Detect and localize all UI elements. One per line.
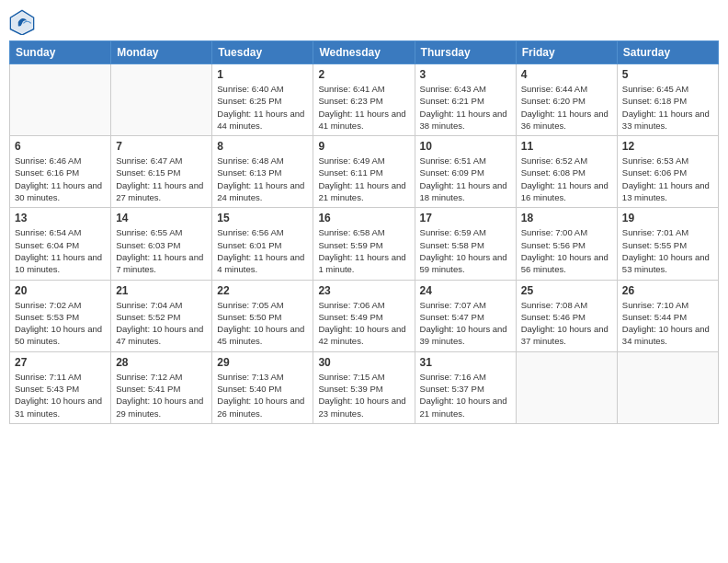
day-info: Sunrise: 6:51 AM Sunset: 6:09 PM Dayligh… xyxy=(420,155,511,203)
day-number: 15 xyxy=(217,212,308,224)
day-info: Sunrise: 7:16 AM Sunset: 5:37 PM Dayligh… xyxy=(420,371,511,419)
day-info: Sunrise: 6:54 AM Sunset: 6:04 PM Dayligh… xyxy=(15,226,106,275)
day-info: Sunrise: 6:55 AM Sunset: 6:03 PM Dayligh… xyxy=(116,226,207,275)
day-info: Sunrise: 6:48 AM Sunset: 6:13 PM Dayligh… xyxy=(217,155,308,203)
day-number: 11 xyxy=(521,140,612,153)
logo xyxy=(9,9,39,35)
calendar-cell: 13Sunrise: 6:54 AM Sunset: 6:04 PM Dayli… xyxy=(10,208,111,280)
calendar-table: SundayMondayTuesdayWednesdayThursdayFrid… xyxy=(9,40,719,424)
calendar-week-row: 20Sunrise: 7:02 AM Sunset: 5:53 PM Dayli… xyxy=(10,280,719,351)
day-number: 13 xyxy=(15,212,106,224)
day-info: Sunrise: 6:41 AM Sunset: 6:23 PM Dayligh… xyxy=(318,83,409,132)
weekday-header-wednesday: Wednesday xyxy=(313,41,415,64)
day-info: Sunrise: 6:47 AM Sunset: 6:15 PM Dayligh… xyxy=(116,155,207,203)
day-info: Sunrise: 6:44 AM Sunset: 6:20 PM Dayligh… xyxy=(521,83,612,132)
page-header xyxy=(9,9,719,35)
weekday-header-friday: Friday xyxy=(516,41,617,64)
day-number: 12 xyxy=(622,140,713,153)
day-number: 14 xyxy=(116,212,207,224)
day-info: Sunrise: 7:11 AM Sunset: 5:43 PM Dayligh… xyxy=(15,371,106,419)
day-number: 7 xyxy=(116,140,207,153)
day-number: 25 xyxy=(521,284,612,297)
day-info: Sunrise: 6:53 AM Sunset: 6:06 PM Dayligh… xyxy=(622,155,713,203)
day-number: 27 xyxy=(15,356,106,369)
calendar-cell: 16Sunrise: 6:58 AM Sunset: 5:59 PM Dayli… xyxy=(313,208,415,280)
weekday-header-thursday: Thursday xyxy=(415,41,516,64)
calendar-cell: 6Sunrise: 6:46 AM Sunset: 6:16 PM Daylig… xyxy=(10,136,111,208)
calendar-cell: 10Sunrise: 6:51 AM Sunset: 6:09 PM Dayli… xyxy=(415,136,516,208)
calendar-week-row: 27Sunrise: 7:11 AM Sunset: 5:43 PM Dayli… xyxy=(10,351,719,423)
calendar-cell: 31Sunrise: 7:16 AM Sunset: 5:37 PM Dayli… xyxy=(415,351,516,423)
calendar-week-row: 6Sunrise: 6:46 AM Sunset: 6:16 PM Daylig… xyxy=(10,136,719,208)
day-number: 28 xyxy=(116,356,207,369)
day-info: Sunrise: 7:06 AM Sunset: 5:49 PM Dayligh… xyxy=(318,299,409,348)
calendar-cell: 18Sunrise: 7:00 AM Sunset: 5:56 PM Dayli… xyxy=(516,208,617,280)
calendar-header-row: SundayMondayTuesdayWednesdayThursdayFrid… xyxy=(10,41,719,64)
calendar-cell: 7Sunrise: 6:47 AM Sunset: 6:15 PM Daylig… xyxy=(111,136,212,208)
day-info: Sunrise: 7:10 AM Sunset: 5:44 PM Dayligh… xyxy=(622,299,713,348)
day-number: 8 xyxy=(217,140,308,153)
day-number: 26 xyxy=(622,284,713,297)
weekday-header-saturday: Saturday xyxy=(617,41,718,64)
day-info: Sunrise: 7:08 AM Sunset: 5:46 PM Dayligh… xyxy=(521,299,612,348)
day-number: 4 xyxy=(521,68,612,81)
day-info: Sunrise: 6:52 AM Sunset: 6:08 PM Dayligh… xyxy=(521,155,612,203)
day-info: Sunrise: 6:43 AM Sunset: 6:21 PM Dayligh… xyxy=(420,83,511,132)
day-number: 17 xyxy=(420,212,511,224)
day-info: Sunrise: 7:02 AM Sunset: 5:53 PM Dayligh… xyxy=(15,299,106,348)
calendar-cell: 8Sunrise: 6:48 AM Sunset: 6:13 PM Daylig… xyxy=(212,136,313,208)
calendar-cell xyxy=(617,351,718,423)
day-number: 23 xyxy=(318,284,409,297)
day-info: Sunrise: 7:00 AM Sunset: 5:56 PM Dayligh… xyxy=(521,226,612,275)
calendar-cell: 27Sunrise: 7:11 AM Sunset: 5:43 PM Dayli… xyxy=(10,351,111,423)
calendar-cell: 9Sunrise: 6:49 AM Sunset: 6:11 PM Daylig… xyxy=(313,136,415,208)
day-info: Sunrise: 6:58 AM Sunset: 5:59 PM Dayligh… xyxy=(318,226,409,275)
calendar-cell: 5Sunrise: 6:45 AM Sunset: 6:18 PM Daylig… xyxy=(617,64,718,136)
weekday-header-tuesday: Tuesday xyxy=(212,41,313,64)
logo-icon xyxy=(9,9,35,35)
day-number: 2 xyxy=(318,68,409,81)
calendar-week-row: 1Sunrise: 6:40 AM Sunset: 6:25 PM Daylig… xyxy=(10,64,719,136)
calendar-cell xyxy=(111,64,212,136)
calendar-cell: 2Sunrise: 6:41 AM Sunset: 6:23 PM Daylig… xyxy=(313,64,415,136)
day-number: 20 xyxy=(15,284,106,297)
day-number: 30 xyxy=(318,356,409,369)
day-number: 10 xyxy=(420,140,511,153)
day-info: Sunrise: 7:12 AM Sunset: 5:41 PM Dayligh… xyxy=(116,371,207,419)
calendar-cell: 30Sunrise: 7:15 AM Sunset: 5:39 PM Dayli… xyxy=(313,351,415,423)
calendar-cell: 22Sunrise: 7:05 AM Sunset: 5:50 PM Dayli… xyxy=(212,280,313,351)
calendar-cell xyxy=(516,351,617,423)
day-info: Sunrise: 7:13 AM Sunset: 5:40 PM Dayligh… xyxy=(217,371,308,419)
day-number: 24 xyxy=(420,284,511,297)
day-info: Sunrise: 6:59 AM Sunset: 5:58 PM Dayligh… xyxy=(420,226,511,275)
calendar-cell: 21Sunrise: 7:04 AM Sunset: 5:52 PM Dayli… xyxy=(111,280,212,351)
day-info: Sunrise: 7:15 AM Sunset: 5:39 PM Dayligh… xyxy=(318,371,409,419)
day-info: Sunrise: 7:04 AM Sunset: 5:52 PM Dayligh… xyxy=(116,299,207,348)
day-info: Sunrise: 7:05 AM Sunset: 5:50 PM Dayligh… xyxy=(217,299,308,348)
day-info: Sunrise: 6:56 AM Sunset: 6:01 PM Dayligh… xyxy=(217,226,308,275)
calendar-cell: 4Sunrise: 6:44 AM Sunset: 6:20 PM Daylig… xyxy=(516,64,617,136)
calendar-cell: 11Sunrise: 6:52 AM Sunset: 6:08 PM Dayli… xyxy=(516,136,617,208)
day-number: 21 xyxy=(116,284,207,297)
weekday-header-monday: Monday xyxy=(111,41,212,64)
calendar-cell: 20Sunrise: 7:02 AM Sunset: 5:53 PM Dayli… xyxy=(10,280,111,351)
day-info: Sunrise: 6:45 AM Sunset: 6:18 PM Dayligh… xyxy=(622,83,713,132)
calendar-cell: 28Sunrise: 7:12 AM Sunset: 5:41 PM Dayli… xyxy=(111,351,212,423)
calendar-cell: 15Sunrise: 6:56 AM Sunset: 6:01 PM Dayli… xyxy=(212,208,313,280)
calendar-cell: 24Sunrise: 7:07 AM Sunset: 5:47 PM Dayli… xyxy=(415,280,516,351)
day-number: 19 xyxy=(622,212,713,224)
day-number: 16 xyxy=(318,212,409,224)
day-number: 29 xyxy=(217,356,308,369)
day-number: 1 xyxy=(217,68,308,81)
calendar-cell: 12Sunrise: 6:53 AM Sunset: 6:06 PM Dayli… xyxy=(617,136,718,208)
day-number: 3 xyxy=(420,68,511,81)
day-number: 9 xyxy=(318,140,409,153)
weekday-header-sunday: Sunday xyxy=(10,41,111,64)
calendar-cell: 29Sunrise: 7:13 AM Sunset: 5:40 PM Dayli… xyxy=(212,351,313,423)
day-info: Sunrise: 7:01 AM Sunset: 5:55 PM Dayligh… xyxy=(622,226,713,275)
day-info: Sunrise: 6:40 AM Sunset: 6:25 PM Dayligh… xyxy=(217,83,308,132)
calendar-cell: 19Sunrise: 7:01 AM Sunset: 5:55 PM Dayli… xyxy=(617,208,718,280)
day-number: 6 xyxy=(15,140,106,153)
day-number: 31 xyxy=(420,356,511,369)
day-info: Sunrise: 7:07 AM Sunset: 5:47 PM Dayligh… xyxy=(420,299,511,348)
